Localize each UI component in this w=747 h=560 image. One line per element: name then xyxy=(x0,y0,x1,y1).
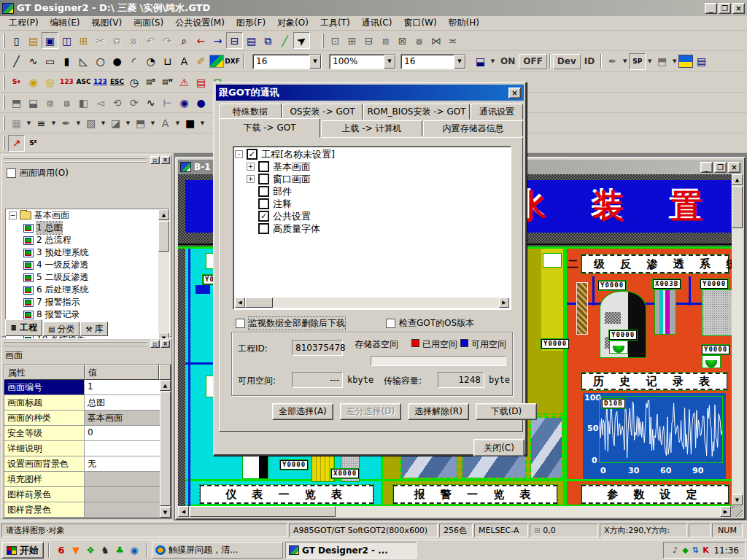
cut-icon[interactable]: ✂ xyxy=(92,32,109,49)
item-checkbox[interactable] xyxy=(258,186,269,197)
line-width-icon[interactable]: ✒ xyxy=(58,114,74,131)
alarm-list-icon[interactable]: ⚠ xyxy=(176,74,193,90)
menu-item[interactable]: 帮助(H) xyxy=(443,15,485,31)
screen-tree-item[interactable]: 3 预处理系统 xyxy=(6,246,169,259)
dxf-icon[interactable]: DXF xyxy=(224,53,241,70)
download-tree-item[interactable]: 公共设置 xyxy=(247,210,509,222)
menu-item[interactable]: 画面(S) xyxy=(128,15,169,31)
on-toggle[interactable]: ON xyxy=(497,54,519,69)
chevron-down-icon[interactable]: ▼ xyxy=(646,55,654,68)
group-icon[interactable]: ⧈ xyxy=(42,94,58,111)
text-icon[interactable]: A xyxy=(176,53,193,70)
property-name[interactable]: 设置画面背景色 xyxy=(4,456,85,471)
close-icon[interactable]: × xyxy=(160,340,170,348)
download-tree-item[interactable]: 注释 xyxy=(247,198,509,210)
property-value[interactable]: 基本画面 xyxy=(85,411,171,425)
screen-preview-icon[interactable] xyxy=(678,55,693,68)
flip-horizontal-icon[interactable]: ◧ xyxy=(75,94,92,111)
close-button[interactable]: × xyxy=(732,3,745,14)
tab-download-to-got[interactable]: 下载 -> GOT xyxy=(219,118,320,138)
off-toggle[interactable]: OFF xyxy=(519,54,547,69)
id-toggle[interactable]: ID xyxy=(581,54,598,69)
property-row[interactable]: 图样前景色 xyxy=(4,487,171,502)
screen-tree-item[interactable]: 1 总图 xyxy=(6,222,169,234)
property-row[interactable]: 填充图样 xyxy=(4,472,171,487)
chevron-down-icon[interactable]: ▼ xyxy=(149,117,157,130)
select-figure-icon[interactable]: ◉ xyxy=(176,94,193,111)
column-header[interactable]: 属性 xyxy=(4,365,85,380)
word-lamp-icon[interactable]: ◎ xyxy=(42,74,58,90)
tab-special-data[interactable]: 特殊数据 xyxy=(219,104,282,120)
property-name[interactable]: 图样背景色 xyxy=(4,502,85,517)
property-value[interactable]: 1 xyxy=(85,380,171,394)
circle-icon[interactable]: ○ xyxy=(92,53,109,70)
scroll-up-icon[interactable]: ▲ xyxy=(158,209,169,220)
sp-function-icon[interactable]: SP xyxy=(629,53,646,70)
menu-item[interactable]: 通讯(C) xyxy=(356,15,398,31)
scroll-up-icon[interactable]: ▲ xyxy=(160,380,171,391)
float-button[interactable]: ▫ xyxy=(150,156,160,164)
property-value[interactable] xyxy=(85,472,171,486)
property-name[interactable]: 安全等级 xyxy=(4,426,85,440)
device-toggle[interactable]: Dev xyxy=(553,54,581,69)
shape-fill-icon[interactable]: ⬒ xyxy=(654,53,670,70)
comment-word-icon[interactable]: ▤ᵂ xyxy=(159,74,176,90)
bring-front-icon[interactable]: ⬒ xyxy=(8,94,25,111)
start-button[interactable]: 开始 xyxy=(1,542,44,559)
flip-vertical-icon[interactable]: ◅ xyxy=(92,94,109,111)
panel-tab[interactable]: ▤ 分类 xyxy=(43,322,80,336)
minimize-button[interactable]: _ xyxy=(700,162,713,173)
draw-check-icon[interactable]: ╱ xyxy=(276,32,293,49)
screen-tree-item[interactable]: 2 总流程 xyxy=(6,234,169,246)
paint-icon[interactable]: ✐ xyxy=(193,53,209,70)
filled-circle-icon[interactable]: ● xyxy=(109,53,125,70)
font-size-combo[interactable]: 16▼ xyxy=(252,54,322,69)
collapse-icon[interactable]: − xyxy=(9,211,17,219)
ascii-input-icon[interactable]: ESC xyxy=(109,74,125,90)
tab-os-install[interactable]: OS安装 -> GOT xyxy=(282,104,363,120)
scroll-up-icon[interactable]: ▲ xyxy=(732,174,743,185)
grid-style-icon[interactable]: ▦ xyxy=(8,114,25,131)
align-center-icon[interactable]: ⊞ xyxy=(344,32,360,49)
frame-color-icon[interactable]: ◪ xyxy=(107,114,124,131)
switch-icon[interactable]: S▾ xyxy=(8,74,25,90)
dialog-action-button[interactable]: 下载(D) xyxy=(476,403,537,420)
zoom-combo[interactable]: 100%▼ xyxy=(329,54,396,69)
toolbar-grip[interactable] xyxy=(3,75,5,90)
check-os-version-checkbox[interactable] xyxy=(386,319,395,328)
tab-memory-info[interactable]: 内置存储器信息 xyxy=(423,120,523,136)
property-row[interactable]: 画面编号 1 xyxy=(4,380,171,395)
scrollbar-thumb[interactable] xyxy=(160,392,171,506)
chevron-down-icon[interactable]: ▼ xyxy=(74,117,82,130)
item-checkbox[interactable] xyxy=(258,198,269,209)
scroll-right-icon[interactable]: ▶ xyxy=(499,298,509,308)
grid-size-combo[interactable]: 16▼ xyxy=(400,54,466,69)
property-row[interactable]: 设置画面背景色 无 xyxy=(4,456,171,472)
property-value[interactable] xyxy=(85,502,171,517)
layer-icon[interactable]: ⧉ xyxy=(260,32,276,49)
align-right-icon[interactable]: ⊟ xyxy=(360,32,377,49)
screen-list-icon[interactable]: ⊟ xyxy=(226,32,243,49)
item-checkbox[interactable] xyxy=(258,223,269,234)
chevron-down-icon[interactable]: ▼ xyxy=(50,117,58,130)
property-row[interactable]: 安全等级 0 xyxy=(4,426,171,441)
dialog-titlebar[interactable]: 跟GOT的通讯 × xyxy=(216,85,524,101)
line-color-icon[interactable]: ✒ xyxy=(604,53,621,70)
download-tree[interactable]: - 工程[名称未设置] + 基本画面 + xyxy=(233,146,511,310)
ql-qq-icon[interactable]: ♞ xyxy=(98,542,112,558)
vertical-scrollbar[interactable]: ▲ ▼ xyxy=(732,174,743,505)
screen-call-checkbox[interactable] xyxy=(7,168,16,178)
prev-screen-icon[interactable]: ← xyxy=(193,32,209,49)
taskbar-task-gtdesigner[interactable]: GT Designer2 - ... xyxy=(285,542,417,559)
text-color-icon[interactable]: A xyxy=(157,114,174,131)
toolbar-grip[interactable] xyxy=(322,34,324,48)
screen-tree-item[interactable]: 5 二级反渗透 xyxy=(6,271,169,284)
property-value[interactable] xyxy=(85,441,171,456)
restore-button[interactable]: ❐ xyxy=(719,3,731,14)
ql-download-icon[interactable]: ▼ xyxy=(69,542,83,558)
screen-tree-item[interactable]: 7 报警指示 xyxy=(6,296,169,308)
same-height-icon[interactable]: ≍ xyxy=(444,32,461,49)
scale-icon[interactable]: ⊔ xyxy=(159,53,176,70)
tray-volume-icon[interactable]: ♪ xyxy=(670,542,680,558)
menu-item[interactable]: 对象(O) xyxy=(271,15,314,31)
